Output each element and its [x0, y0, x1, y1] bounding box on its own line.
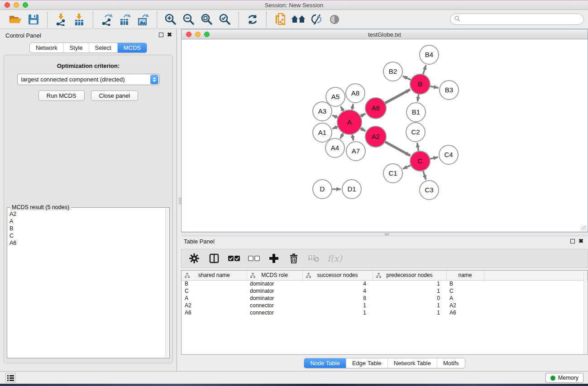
graph-edge[interactable]: [417, 143, 419, 152]
mcds-result-item[interactable]: A: [8, 218, 165, 225]
graph-node-A2[interactable]: A2: [365, 126, 386, 147]
graph-edge[interactable]: [384, 90, 410, 104]
graph-edge[interactable]: [429, 157, 438, 159]
graph-node-C3[interactable]: C3: [420, 181, 439, 200]
graph-node-B2[interactable]: B2: [383, 62, 402, 81]
horizontal-splitter[interactable]: [181, 232, 588, 236]
table-cell[interactable]: A2: [182, 302, 247, 309]
export-network-icon[interactable]: [98, 12, 116, 27]
tab-node-table[interactable]: Node Table: [304, 358, 346, 368]
tab-edge-table[interactable]: Edge Table: [346, 358, 387, 368]
graph-node-B1[interactable]: B1: [406, 103, 425, 122]
table-float-icon[interactable]: [570, 239, 575, 243]
save-session-icon[interactable]: [24, 12, 43, 27]
table-cell[interactable]: connector: [247, 309, 302, 316]
mcds-result-item[interactable]: B: [8, 225, 165, 232]
tab-select[interactable]: Select: [89, 43, 117, 52]
table-cell[interactable]: A: [182, 295, 247, 302]
select-all-icon[interactable]: [228, 251, 240, 266]
float-panel-icon[interactable]: [159, 33, 163, 37]
export-table-icon[interactable]: [116, 12, 134, 27]
graph-edge[interactable]: [403, 165, 412, 169]
table-cell[interactable]: A6: [182, 309, 247, 316]
graph-edge[interactable]: [429, 86, 439, 88]
table-close-icon[interactable]: ✖: [578, 238, 583, 244]
table-row[interactable]: Cdominator41C: [182, 287, 588, 295]
table-cell[interactable]: dominator: [247, 287, 302, 295]
graph-edge[interactable]: [423, 65, 426, 76]
table-cell[interactable]: C: [446, 287, 484, 295]
table-cell[interactable]: 1: [302, 309, 373, 316]
graph-node-A4[interactable]: A4: [325, 138, 344, 157]
memory-button[interactable]: Memory: [545, 373, 583, 383]
tab-style[interactable]: Style: [63, 43, 89, 52]
graph-edge[interactable]: [423, 170, 426, 180]
network-canvas[interactable]: AA1A2A3A4A5A6A7A8BB1B2B3B4CC1C2C3C4DD1: [182, 39, 588, 232]
refresh-icon[interactable]: [244, 12, 262, 27]
table-cell[interactable]: A: [446, 295, 484, 302]
optimization-criterion-select[interactable]: largest connected component (directed): [17, 74, 160, 85]
network-view-titlebar[interactable]: testGlobe.txt: [182, 29, 588, 39]
graph-node-A5[interactable]: A5: [326, 87, 345, 106]
graph-node-C1[interactable]: C1: [383, 164, 402, 183]
zoom-out-icon[interactable]: [180, 12, 198, 27]
table-row[interactable]: Bdominator41B: [182, 280, 588, 287]
table-cell[interactable]: 1: [373, 302, 446, 309]
table-cell[interactable]: A6: [446, 309, 484, 316]
col-shared-name[interactable]: shared name: [182, 271, 247, 280]
table-cell[interactable]: B: [182, 280, 247, 287]
search-input[interactable]: [460, 16, 583, 23]
col-name[interactable]: name: [446, 271, 484, 280]
table-cell[interactable]: 1: [373, 287, 446, 295]
graph-node-C4[interactable]: C4: [439, 145, 458, 164]
zoom-in-icon[interactable]: [162, 12, 180, 27]
col-successor-nodes[interactable]: successor nodes: [302, 271, 373, 280]
horizontal-splitter-handle[interactable]: [385, 234, 389, 235]
graph-node-D1[interactable]: D1: [342, 180, 361, 199]
tab-mcds[interactable]: MCDS: [117, 43, 147, 52]
graph-node-C2[interactable]: C2: [406, 123, 425, 142]
table-cell[interactable]: 1: [373, 280, 446, 287]
graph-edge[interactable]: [403, 76, 412, 80]
zoom-fit-icon[interactable]: [198, 12, 216, 27]
deselect-all-icon[interactable]: [248, 251, 260, 266]
graph-node-A[interactable]: A: [337, 110, 362, 134]
col-mcds-role[interactable]: MCDS role: [247, 271, 302, 280]
graph-node-B3[interactable]: B3: [440, 81, 459, 100]
import-network-icon[interactable]: [52, 12, 70, 27]
graph-node-A6[interactable]: A6: [365, 98, 386, 119]
table-cell[interactable]: 0: [373, 295, 446, 302]
import-table-icon[interactable]: [70, 12, 88, 27]
new-network-icon[interactable]: [271, 12, 289, 27]
table-row[interactable]: A2connector11A2: [182, 302, 588, 309]
column-visibility-icon[interactable]: [208, 251, 220, 266]
hide-labels-icon[interactable]: [307, 12, 325, 27]
table-cell[interactable]: 1: [373, 309, 446, 316]
table-scrollbar[interactable]: [583, 271, 587, 354]
table-cell[interactable]: 8: [302, 295, 373, 302]
graph-node-A8[interactable]: A8: [346, 84, 365, 103]
open-session-icon[interactable]: [6, 12, 24, 27]
table-row[interactable]: Adominator80A: [182, 295, 588, 302]
node-table[interactable]: shared name MCDS role successor nodes pr…: [181, 270, 588, 355]
table-cell[interactable]: B: [446, 280, 484, 287]
table-cell[interactable]: 4: [302, 280, 373, 287]
resize-grip[interactable]: [581, 225, 587, 231]
table-header-row[interactable]: shared name MCDS role successor nodes pr…: [182, 271, 588, 280]
close-panel-icon[interactable]: ✖: [167, 31, 172, 38]
graph-node-A1[interactable]: A1: [313, 123, 332, 142]
zoom-selected-icon[interactable]: [216, 12, 234, 27]
table-cell[interactable]: dominator: [247, 280, 302, 287]
graph-node-B4[interactable]: B4: [420, 45, 439, 64]
export-image-icon[interactable]: [134, 12, 152, 27]
graph-node-D[interactable]: D: [313, 180, 332, 199]
mcds-result-list[interactable]: A2ABCA6: [8, 210, 165, 357]
vertical-splitter-handle[interactable]: [179, 198, 181, 204]
mcds-result-scrollbar[interactable]: [165, 208, 169, 357]
table-cell[interactable]: C: [182, 287, 247, 295]
table-row[interactable]: A6connector11A6: [182, 309, 588, 316]
tab-motifs[interactable]: Motifs: [437, 358, 465, 368]
network-graph[interactable]: AA1A2A3A4A5A6A7A8BB1B2B3B4CC1C2C3C4DD1: [182, 39, 588, 232]
mcds-result-item[interactable]: A6: [8, 239, 165, 247]
add-column-icon[interactable]: [268, 251, 280, 266]
